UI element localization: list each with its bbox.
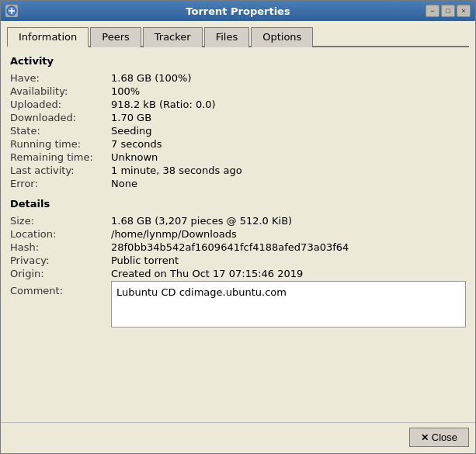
details-label: Location: xyxy=(10,227,111,241)
minimize-button[interactable]: − xyxy=(426,5,440,17)
activity-row: Downloaded:1.70 GB xyxy=(10,111,466,124)
tab-information[interactable]: Information xyxy=(7,27,89,47)
comment-box: Lubuntu CD cdimage.ubuntu.com xyxy=(111,281,466,328)
details-row: Privacy:Public torrent xyxy=(10,254,466,267)
activity-label: Availability: xyxy=(10,85,111,98)
tab-bar: Information Peers Tracker Files Options xyxy=(7,26,469,47)
window-title: Torrent Properties xyxy=(0,5,476,17)
close-button[interactable]: ✕ Close xyxy=(409,428,469,447)
activity-row: State:Seeding xyxy=(10,124,466,137)
content-area: Information Peers Tracker Files Options … xyxy=(1,21,475,419)
activity-value: None xyxy=(111,177,466,190)
activity-value: 7 seconds xyxy=(111,137,466,151)
tab-files[interactable]: Files xyxy=(204,27,250,47)
activity-row: Remaining time:Unknown xyxy=(10,151,466,164)
details-value: Public torrent xyxy=(111,254,466,267)
tab-tracker[interactable]: Tracker xyxy=(143,27,203,47)
activity-label: Error: xyxy=(10,177,111,190)
activity-value: 1.68 GB (100%) xyxy=(111,71,466,85)
details-row: Origin:Created on Thu Oct 17 07:15:46 20… xyxy=(10,267,466,280)
main-content: Activity Have:1.68 GB (100%)Availability… xyxy=(7,54,469,413)
activity-label: Last activity: xyxy=(10,164,111,177)
details-label: Size: xyxy=(10,214,111,227)
torrent-properties-window: Torrent Properties − □ × Information Pee… xyxy=(0,0,476,454)
titlebar: Torrent Properties − □ × xyxy=(1,1,475,21)
activity-label: Running time: xyxy=(10,137,111,151)
details-label: Privacy: xyxy=(10,254,111,267)
comment-label: Comment: xyxy=(10,280,111,328)
activity-label: Remaining time: xyxy=(10,151,111,164)
activity-table: Have:1.68 GB (100%)Availability:100%Uplo… xyxy=(10,71,466,190)
details-section-title: Details xyxy=(10,198,466,210)
titlebar-left xyxy=(5,5,18,17)
activity-label: Uploaded: xyxy=(10,98,111,111)
close-x-icon: ✕ xyxy=(421,432,429,443)
window-close-button[interactable]: × xyxy=(457,5,471,17)
activity-value: 918.2 kB (Ratio: 0.0) xyxy=(111,98,466,111)
comment-cell: Lubuntu CD cdimage.ubuntu.com xyxy=(111,280,466,328)
tab-peers[interactable]: Peers xyxy=(90,27,141,47)
activity-row: Uploaded:918.2 kB (Ratio: 0.0) xyxy=(10,98,466,111)
details-value: 28f0bb34b542af1609641fcf4188afed73a03f64 xyxy=(111,241,466,254)
details-row: Location:/home/lynmp/Downloads xyxy=(10,227,466,241)
details-row: Size:1.68 GB (3,207 pieces @ 512.0 KiB) xyxy=(10,214,466,227)
activity-value: 1 minute, 38 seconds ago xyxy=(111,164,466,177)
activity-label: Downloaded: xyxy=(10,111,111,124)
activity-value: Unknown xyxy=(111,151,466,164)
activity-section-title: Activity xyxy=(10,55,466,67)
details-table: Size:1.68 GB (3,207 pieces @ 512.0 KiB)L… xyxy=(10,214,466,328)
activity-value: 1.70 GB xyxy=(111,111,466,124)
details-label: Origin: xyxy=(10,267,111,280)
activity-label: State: xyxy=(10,124,111,137)
app-icon xyxy=(5,5,18,17)
footer: ✕ Close xyxy=(1,422,475,453)
details-value: Created on Thu Oct 17 07:15:46 2019 xyxy=(111,267,466,280)
activity-row: Have:1.68 GB (100%) xyxy=(10,71,466,85)
details-value: 1.68 GB (3,207 pieces @ 512.0 KiB) xyxy=(111,214,466,227)
maximize-button[interactable]: □ xyxy=(441,5,455,17)
comment-row: Comment: Lubuntu CD cdimage.ubuntu.com xyxy=(10,280,466,328)
window-controls: − □ × xyxy=(426,5,471,17)
activity-row: Running time:7 seconds xyxy=(10,137,466,151)
details-label: Hash: xyxy=(10,241,111,254)
details-value: /home/lynmp/Downloads xyxy=(111,227,466,241)
activity-value: Seeding xyxy=(111,124,466,137)
close-button-label: Close xyxy=(432,431,457,443)
activity-value: 100% xyxy=(111,85,466,98)
activity-row: Last activity:1 minute, 38 seconds ago xyxy=(10,164,466,177)
activity-label: Have: xyxy=(10,71,111,85)
activity-row: Availability:100% xyxy=(10,85,466,98)
activity-row: Error:None xyxy=(10,177,466,190)
details-row: Hash:28f0bb34b542af1609641fcf4188afed73a… xyxy=(10,241,466,254)
tab-options[interactable]: Options xyxy=(251,27,313,47)
